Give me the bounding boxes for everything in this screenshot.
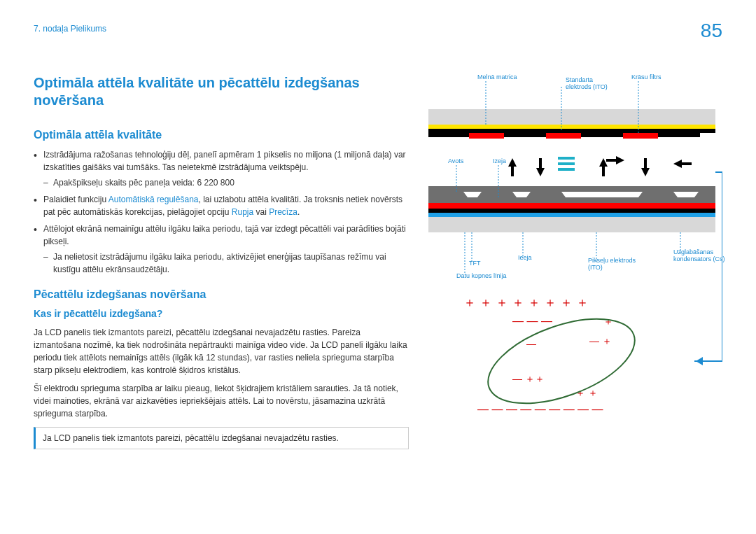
- svg-text:— ＋: — ＋: [589, 335, 612, 346]
- note-text: Ja LCD panelis tiek izmantots pareizi, p…: [43, 433, 339, 443]
- bullet-text: .: [298, 207, 300, 217]
- svg-rect-8: [658, 133, 700, 137]
- svg-rect-5: [623, 133, 658, 139]
- link-fine[interactable]: Precīza: [269, 207, 298, 217]
- svg-text:— ＋＋: — ＋＋: [512, 373, 545, 384]
- svg-rect-18: [428, 203, 715, 209]
- diagram-label-storage-cap: Uzglabāšanas kondensators (Cs): [673, 249, 729, 263]
- diagram-label-gate: Ieeja: [518, 255, 532, 262]
- svg-rect-4: [546, 133, 581, 139]
- bullet-text: Attēlojot ekrānā nemainīgu attēlu ilgāku…: [43, 224, 406, 246]
- svg-rect-7: [581, 133, 623, 137]
- diagram-label-color-filter: Krāsu filtrs: [631, 74, 662, 81]
- paragraph: Ja LCD panelis tiek izmantots pareizi, p…: [34, 326, 409, 377]
- breadcrumb: 7. nodaļa Pielikums: [34, 24, 106, 34]
- page-number: 85: [701, 20, 722, 42]
- diagram-label-data-bus: Datu kopnes līnija: [456, 273, 507, 280]
- svg-rect-15: [558, 168, 575, 171]
- link-coarse[interactable]: Rupja: [232, 207, 253, 217]
- svg-text:—: —: [526, 338, 536, 349]
- svg-text:＋: ＋: [603, 316, 613, 327]
- bullet-text: vai: [253, 207, 269, 217]
- svg-text:— — — — — — — — —: — — — — — — — — —: [477, 403, 603, 415]
- bullet-item: Attēlojot ekrānā nemainīgu attēlu ilgāku…: [34, 223, 409, 276]
- svg-rect-19: [428, 209, 715, 213]
- bullet-text: Palaidiet funkciju: [43, 195, 108, 204]
- svg-rect-9: [428, 133, 469, 137]
- svg-rect-13: [558, 157, 575, 160]
- svg-rect-20: [428, 213, 715, 217]
- diagram-label-pixel-electrode: Pikseļu elektrods (ITO): [588, 258, 644, 272]
- dash-item: Apakšpikseļu skaits pēc paneļa veida: 6 …: [43, 176, 409, 189]
- diagram-label-common-electrode: Standarta elektrods (ITO): [566, 77, 615, 91]
- svg-text:＋ ＋ ＋ ＋ ＋ ＋ ＋ ＋: ＋ ＋ ＋ ＋ ＋ ＋ ＋ ＋: [463, 295, 589, 309]
- lcd-diagram: ＋ ＋ ＋ ＋ ＋ ＋ ＋ ＋ — — — ＋ — — ＋ — ＋＋ ＋ ＋ —…: [428, 74, 722, 448]
- diagram-column: ＋ ＋ ＋ ＋ ＋ ＋ ＋ ＋ — — — ＋ — — ＋ — ＋＋ ＋ ＋ —…: [428, 25, 722, 449]
- svg-rect-1: [428, 125, 715, 129]
- bullet-text: Izstrādājuma ražošanas tehnoloģiju dēļ, …: [43, 150, 406, 172]
- svg-rect-3: [469, 133, 504, 139]
- dash-item: Ja nelietosit izstrādājumu ilgāku laika …: [43, 251, 409, 276]
- section-heading-2: Pēcattēlu izdegšanas novēršana: [34, 288, 409, 301]
- note-box: Ja LCD panelis tiek izmantots pareizi, p…: [34, 427, 409, 449]
- bullet-item: Palaidiet funkciju Automātiskā regulēšan…: [34, 193, 409, 218]
- section-subheading: Kas ir pēcattēlu izdegšana?: [34, 308, 409, 319]
- diagram-label-source: Avots: [448, 158, 463, 165]
- svg-marker-17: [428, 192, 715, 203]
- svg-rect-6: [504, 133, 546, 137]
- diagram-label-black-matrix: Melnā matrica: [477, 74, 517, 81]
- svg-rect-0: [428, 109, 715, 125]
- diagram-label-drain: Izeja: [493, 158, 506, 165]
- svg-rect-14: [558, 162, 575, 165]
- bullet-item: Izstrādājuma ražošanas tehnoloģiju dēļ, …: [34, 148, 409, 189]
- section-heading-1: Optimāla attēla kvalitāte: [34, 129, 409, 141]
- paragraph: Šī elektrodu sprieguma starpība ar laiku…: [34, 382, 409, 420]
- svg-rect-21: [428, 217, 715, 232]
- link-auto-adjust[interactable]: Automātiskā regulēšana: [108, 195, 199, 204]
- svg-text:— — —: — — —: [512, 315, 552, 327]
- svg-rect-2: [428, 129, 715, 133]
- main-content: Optimāla attēla kvalitāte un pēcattēlu i…: [34, 25, 409, 449]
- diagram-label-tft: TFT: [469, 260, 481, 267]
- svg-rect-16: [428, 186, 715, 192]
- page-title: Optimāla attēla kvalitāte un pēcattēlu i…: [34, 74, 409, 109]
